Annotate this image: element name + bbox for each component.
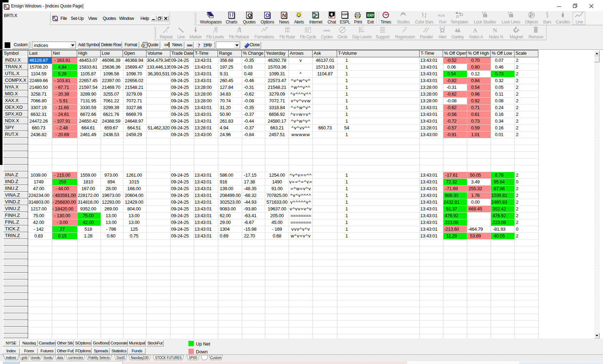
svg-text:Custom: Custom [210, 355, 222, 360]
svg-text:Dow30: Dow30 [117, 355, 125, 360]
svg-text:bonds: bonds [32, 355, 40, 360]
svg-text:STOCK FUTURES: STOCK FUTURES [155, 355, 182, 360]
svg-text:gold: gold [22, 355, 27, 360]
svg-text:currencies: currencies [68, 355, 83, 360]
svg-text:data: data [57, 355, 63, 360]
svg-text:Nasdaq100: Nasdaq100 [131, 355, 149, 360]
svg-text:indices: indices [6, 355, 16, 360]
svg-text:funds: funds [44, 355, 53, 360]
svg-text:Fidelity Selects: Fidelity Selects [89, 355, 110, 360]
svg-text:?: ? [198, 43, 200, 48]
svg-text:SP500: SP500 [189, 355, 197, 360]
